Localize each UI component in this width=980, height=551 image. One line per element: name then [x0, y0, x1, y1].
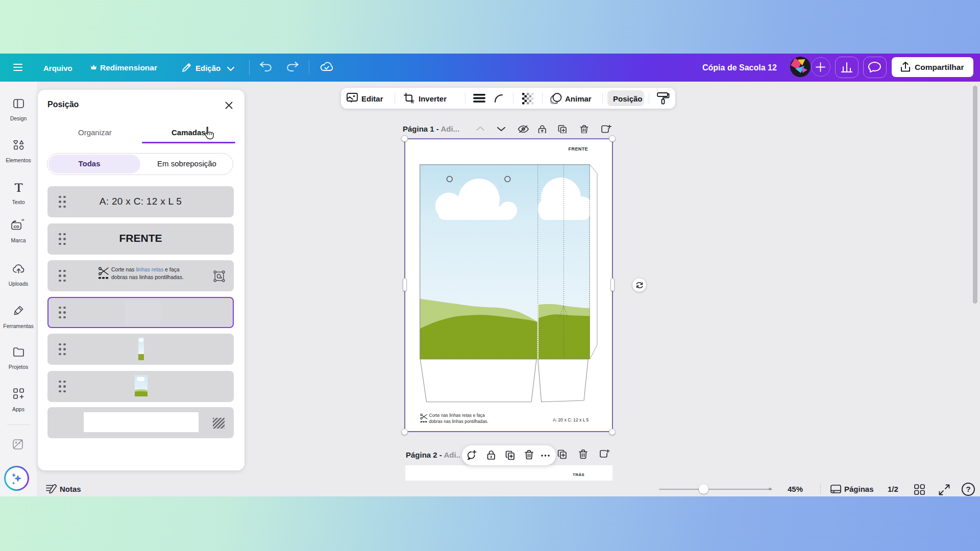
- svg-text:co: co: [13, 223, 19, 229]
